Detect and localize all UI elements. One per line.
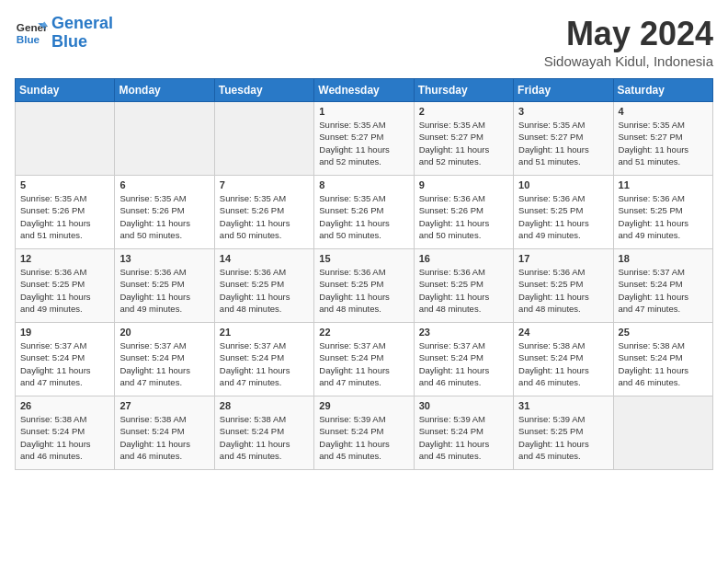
day-number: 11: [619, 179, 708, 190]
day-number: 18: [619, 253, 708, 264]
day-info: Sunrise: 5:38 AMSunset: 5:24 PMDaylight:…: [619, 339, 708, 388]
day-number: 4: [619, 106, 708, 117]
calendar-cell: 24Sunrise: 5:38 AMSunset: 5:24 PMDayligh…: [514, 323, 613, 396]
calendar-week-row: 19Sunrise: 5:37 AMSunset: 5:24 PMDayligh…: [16, 323, 713, 396]
day-info: Sunrise: 5:35 AMSunset: 5:27 PMDaylight:…: [518, 119, 608, 167]
day-number: 29: [319, 400, 408, 411]
day-number: 16: [419, 253, 508, 264]
day-info: Sunrise: 5:37 AMSunset: 5:24 PMDaylight:…: [20, 339, 109, 388]
day-info: Sunrise: 5:37 AMSunset: 5:24 PMDaylight:…: [619, 266, 708, 315]
day-info: Sunrise: 5:36 AMSunset: 5:26 PMDaylight:…: [419, 192, 508, 241]
logo: General Blue GeneralBlue: [15, 15, 113, 52]
day-info: Sunrise: 5:35 AMSunset: 5:26 PMDaylight:…: [119, 192, 209, 241]
calendar-cell: 19Sunrise: 5:37 AMSunset: 5:24 PMDayligh…: [16, 323, 115, 396]
day-number: 2: [419, 106, 508, 117]
day-number: 10: [518, 179, 608, 190]
day-info: Sunrise: 5:35 AMSunset: 5:26 PMDaylight:…: [319, 192, 408, 241]
calendar-cell: 9Sunrise: 5:36 AMSunset: 5:26 PMDaylight…: [414, 176, 513, 249]
calendar-cell: 2Sunrise: 5:35 AMSunset: 5:27 PMDaylight…: [414, 102, 513, 176]
calendar-cell: 18Sunrise: 5:37 AMSunset: 5:24 PMDayligh…: [613, 249, 712, 323]
day-info: Sunrise: 5:39 AMSunset: 5:24 PMDaylight:…: [419, 413, 508, 462]
weekday-header: Monday: [115, 79, 214, 102]
day-number: 15: [319, 253, 408, 264]
day-number: 28: [220, 400, 309, 411]
day-info: Sunrise: 5:36 AMSunset: 5:25 PMDaylight:…: [619, 192, 708, 241]
calendar-cell: 3Sunrise: 5:35 AMSunset: 5:27 PMDaylight…: [514, 102, 613, 176]
weekday-header: Tuesday: [214, 79, 313, 102]
day-number: 3: [518, 106, 608, 117]
day-info: Sunrise: 5:38 AMSunset: 5:24 PMDaylight:…: [518, 339, 608, 388]
day-info: Sunrise: 5:36 AMSunset: 5:25 PMDaylight:…: [20, 266, 109, 315]
day-info: Sunrise: 5:35 AMSunset: 5:27 PMDaylight:…: [419, 119, 508, 167]
day-number: 21: [220, 327, 309, 338]
calendar-cell: 15Sunrise: 5:36 AMSunset: 5:25 PMDayligh…: [314, 249, 414, 323]
day-number: 27: [119, 400, 209, 411]
day-info: Sunrise: 5:37 AMSunset: 5:24 PMDaylight:…: [319, 339, 408, 388]
weekday-header-row: SundayMondayTuesdayWednesdayThursdayFrid…: [16, 79, 713, 102]
day-number: 31: [518, 400, 608, 411]
calendar-week-row: 1Sunrise: 5:35 AMSunset: 5:27 PMDaylight…: [16, 102, 713, 176]
day-number: 30: [419, 400, 508, 411]
day-info: Sunrise: 5:39 AMSunset: 5:25 PMDaylight:…: [518, 413, 608, 462]
calendar-cell: [613, 396, 712, 470]
calendar-table: SundayMondayTuesdayWednesdayThursdayFrid…: [15, 78, 713, 470]
day-info: Sunrise: 5:36 AMSunset: 5:25 PMDaylight:…: [220, 266, 309, 315]
logo-text: GeneralBlue: [51, 15, 113, 52]
day-info: Sunrise: 5:38 AMSunset: 5:24 PMDaylight:…: [220, 413, 309, 462]
day-number: 7: [220, 179, 309, 190]
day-number: 6: [119, 179, 209, 190]
weekday-header: Saturday: [613, 79, 712, 102]
day-number: 12: [20, 253, 109, 264]
calendar-week-row: 5Sunrise: 5:35 AMSunset: 5:26 PMDaylight…: [16, 176, 713, 249]
day-number: 5: [20, 179, 109, 190]
weekday-header: Sunday: [16, 79, 115, 102]
calendar-cell: 13Sunrise: 5:36 AMSunset: 5:25 PMDayligh…: [115, 249, 214, 323]
calendar-cell: 11Sunrise: 5:36 AMSunset: 5:25 PMDayligh…: [613, 176, 712, 249]
calendar-cell: 12Sunrise: 5:36 AMSunset: 5:25 PMDayligh…: [16, 249, 115, 323]
day-info: Sunrise: 5:36 AMSunset: 5:25 PMDaylight:…: [119, 266, 209, 315]
location: Sidowayah Kidul, Indonesia: [544, 53, 713, 69]
day-info: Sunrise: 5:36 AMSunset: 5:25 PMDaylight:…: [518, 266, 608, 315]
calendar-cell: 5Sunrise: 5:35 AMSunset: 5:26 PMDaylight…: [16, 176, 115, 249]
day-info: Sunrise: 5:39 AMSunset: 5:24 PMDaylight:…: [319, 413, 408, 462]
day-info: Sunrise: 5:36 AMSunset: 5:25 PMDaylight:…: [319, 266, 408, 315]
day-info: Sunrise: 5:37 AMSunset: 5:24 PMDaylight:…: [419, 339, 508, 388]
calendar-cell: 27Sunrise: 5:38 AMSunset: 5:24 PMDayligh…: [115, 396, 214, 470]
weekday-header: Thursday: [414, 79, 513, 102]
day-info: Sunrise: 5:37 AMSunset: 5:24 PMDaylight:…: [220, 339, 309, 388]
day-info: Sunrise: 5:35 AMSunset: 5:26 PMDaylight:…: [20, 192, 109, 241]
day-number: 17: [518, 253, 608, 264]
calendar-cell: 20Sunrise: 5:37 AMSunset: 5:24 PMDayligh…: [115, 323, 214, 396]
weekday-header: Friday: [514, 79, 613, 102]
day-info: Sunrise: 5:36 AMSunset: 5:25 PMDaylight:…: [419, 266, 508, 315]
day-info: Sunrise: 5:35 AMSunset: 5:26 PMDaylight:…: [220, 192, 309, 241]
day-info: Sunrise: 5:35 AMSunset: 5:27 PMDaylight:…: [319, 119, 408, 167]
calendar-cell: 17Sunrise: 5:36 AMSunset: 5:25 PMDayligh…: [514, 249, 613, 323]
day-number: 23: [419, 327, 508, 338]
calendar-week-row: 26Sunrise: 5:38 AMSunset: 5:24 PMDayligh…: [16, 396, 713, 470]
day-number: 20: [119, 327, 209, 338]
day-number: 14: [220, 253, 309, 264]
calendar-cell: 8Sunrise: 5:35 AMSunset: 5:26 PMDaylight…: [314, 176, 414, 249]
calendar-cell: 23Sunrise: 5:37 AMSunset: 5:24 PMDayligh…: [414, 323, 513, 396]
logo-icon: General Blue: [15, 17, 48, 50]
calendar-cell: 22Sunrise: 5:37 AMSunset: 5:24 PMDayligh…: [314, 323, 414, 396]
day-number: 1: [319, 106, 408, 117]
calendar-week-row: 12Sunrise: 5:36 AMSunset: 5:25 PMDayligh…: [16, 249, 713, 323]
calendar-cell: 16Sunrise: 5:36 AMSunset: 5:25 PMDayligh…: [414, 249, 513, 323]
title-block: May 2024 Sidowayah Kidul, Indonesia: [544, 15, 713, 69]
calendar-cell: 25Sunrise: 5:38 AMSunset: 5:24 PMDayligh…: [613, 323, 712, 396]
svg-text:Blue: Blue: [17, 33, 40, 45]
calendar-cell: 7Sunrise: 5:35 AMSunset: 5:26 PMDaylight…: [214, 176, 313, 249]
day-info: Sunrise: 5:37 AMSunset: 5:24 PMDaylight:…: [119, 339, 209, 388]
month-title: May 2024: [544, 15, 713, 53]
day-number: 26: [20, 400, 109, 411]
calendar-cell: 6Sunrise: 5:35 AMSunset: 5:26 PMDaylight…: [115, 176, 214, 249]
day-number: 22: [319, 327, 408, 338]
day-info: Sunrise: 5:38 AMSunset: 5:24 PMDaylight:…: [119, 413, 209, 462]
calendar-cell: 4Sunrise: 5:35 AMSunset: 5:27 PMDaylight…: [613, 102, 712, 176]
calendar-cell: 29Sunrise: 5:39 AMSunset: 5:24 PMDayligh…: [314, 396, 414, 470]
day-number: 19: [20, 327, 109, 338]
day-info: Sunrise: 5:36 AMSunset: 5:25 PMDaylight:…: [518, 192, 608, 241]
calendar-cell: 26Sunrise: 5:38 AMSunset: 5:24 PMDayligh…: [16, 396, 115, 470]
